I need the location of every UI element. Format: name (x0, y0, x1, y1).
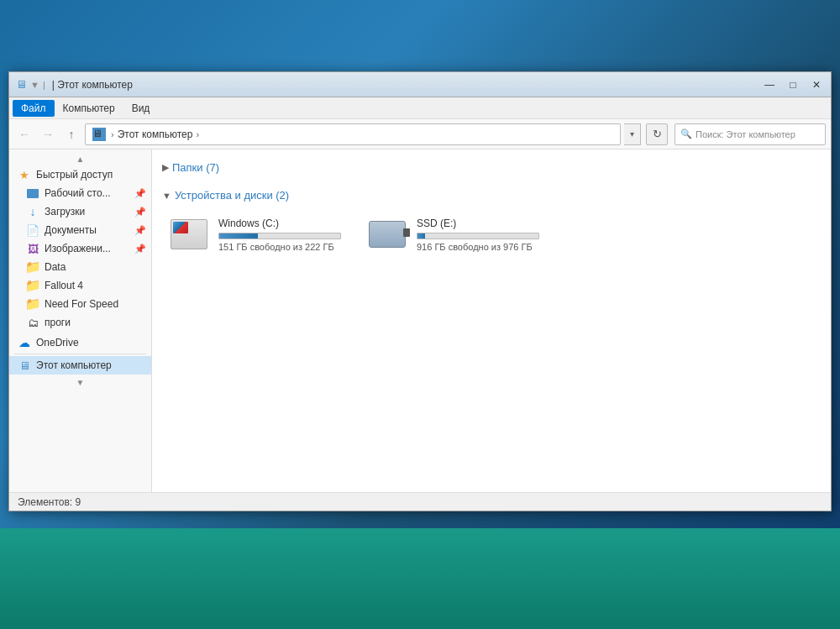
sidebar-item-this-pc[interactable]: 🖥 Этот компьютер (9, 356, 151, 375)
desktop-icon (26, 186, 39, 200)
main-area: ▲ ★ Быстрый доступ Рабочий сто... 📌 ↓ За… (9, 149, 831, 492)
sidebar-item-label: проги (45, 317, 71, 328)
devices-arrow-icon: ▼ (162, 191, 171, 201)
sidebar-item-data[interactable]: 📁 Data (9, 258, 151, 276)
drive-bar-container-e (417, 233, 539, 239)
drive-icon-e (366, 218, 408, 251)
address-dropdown-button[interactable]: ▾ (624, 123, 641, 145)
pin-icon: 📌 (134, 225, 146, 236)
sidebar-item-label: Быстрый доступ (36, 169, 113, 181)
close-button[interactable]: ✕ (806, 76, 827, 94)
sidebar-this-pc: 🖥 Этот компьютер (9, 356, 151, 375)
sidebar-item-desktop[interactable]: Рабочий сто... 📌 (9, 184, 151, 202)
devices-section: ▼ Устройства и диски (2) Windows (C:) (162, 184, 821, 265)
sidebar: ▲ ★ Быстрый доступ Рабочий сто... 📌 ↓ За… (9, 149, 152, 492)
drive-info-c: Windows (C:) 151 ГБ свободно из 222 ГБ (218, 218, 341, 252)
drive-bar-container-c (218, 233, 341, 239)
address-bar-pc-icon: 🖥 (92, 128, 106, 141)
sidebar-item-label: Этот компьютер (36, 359, 112, 371)
drive-name-e: SSD (E:) (417, 218, 539, 229)
sidebar-item-documents[interactable]: 📄 Документы 📌 (9, 221, 151, 239)
drive-icon-c (168, 218, 210, 251)
items-count: Элементов: 9 (18, 496, 81, 508)
folder-icon: 📁 (26, 279, 39, 292)
folder-icon: 📁 (26, 260, 39, 274)
drives-grid: Windows (C:) 151 ГБ свободно из 222 ГБ (162, 205, 821, 265)
folder-icon: 📁 (26, 297, 39, 311)
devices-section-title: Устройства и диски (2) (175, 189, 289, 202)
sidebar-onedrive: ☁ OneDrive (9, 333, 151, 352)
devices-section-header[interactable]: ▼ Устройства и диски (2) (162, 184, 821, 205)
onedrive-icon: ☁ (18, 336, 31, 349)
explorer-window: 🖥 ▼ | | Этот компьютер — □ ✕ Файл Компью… (8, 71, 832, 511)
document-icon: 📄 (26, 223, 39, 237)
status-bar: Элементов: 9 (9, 492, 831, 511)
search-icon: 🔍 (680, 128, 692, 139)
maximize-button[interactable]: □ (782, 76, 804, 94)
sidebar-item-label: Рабочий сто... (45, 187, 111, 199)
title-bar: 🖥 ▼ | | Этот компьютер — □ ✕ (9, 72, 831, 97)
sidebar-item-downloads[interactable]: ↓ Загрузки 📌 (9, 202, 151, 221)
window-title: | Этот компьютер (52, 79, 824, 91)
drive-bar-fill-e (417, 233, 425, 238)
drive-bar-fill-c (219, 233, 258, 238)
menu-item-computer[interactable]: Компьютер (55, 100, 123, 117)
pin-icon: 📌 (134, 244, 146, 254)
sidebar-item-label: Изображени... (45, 243, 111, 254)
folders-section-title: Папки (7) (172, 161, 219, 174)
minimize-button[interactable]: — (759, 76, 780, 94)
sidebar-item-label: Data (45, 261, 66, 273)
forward-button[interactable]: → (38, 124, 58, 144)
drive-item-c[interactable]: Windows (C:) 151 ГБ свободно из 222 ГБ (162, 212, 347, 258)
sidebar-item-onedrive[interactable]: ☁ OneDrive (9, 333, 151, 352)
drive-info-e: SSD (E:) 916 ГБ свободно из 976 ГБ (417, 218, 539, 252)
pin-icon: 📌 (134, 188, 146, 199)
download-icon: ↓ (26, 205, 39, 218)
drive-free-c: 151 ГБ свободно из 222 ГБ (218, 242, 341, 252)
drive-item-e[interactable]: SSD (E:) 916 ГБ свободно из 976 ГБ (360, 212, 545, 258)
sidebar-divider (14, 354, 146, 354)
sidebar-scroll-up[interactable]: ▲ (9, 153, 151, 165)
refresh-button[interactable]: ↻ (646, 123, 668, 145)
sidebar-item-quick-access[interactable]: ★ Быстрый доступ (9, 165, 151, 184)
special-folder-icon: 🗂 (26, 316, 39, 329)
sidebar-item-fallout4[interactable]: 📁 Fallout 4 (9, 276, 151, 295)
sidebar-quick-access: ★ Быстрый доступ Рабочий сто... 📌 ↓ Загр… (9, 165, 151, 332)
address-text: Этот компьютер (118, 128, 193, 140)
sidebar-item-label: Need For Speed (45, 298, 118, 310)
sidebar-scroll-down[interactable]: ▼ (9, 376, 151, 389)
menu-item-file[interactable]: Файл (13, 100, 55, 117)
ssd-drive-visual (369, 221, 406, 248)
sidebar-item-label: Fallout 4 (45, 280, 83, 291)
sidebar-item-images[interactable]: 🖼 Изображени... 📌 (9, 239, 151, 258)
sidebar-item-label: OneDrive (36, 337, 79, 349)
star-icon: ★ (18, 168, 31, 181)
sidebar-item-nfs[interactable]: 📁 Need For Speed (9, 295, 151, 313)
sidebar-item-label: Загрузки (45, 206, 85, 218)
title-bar-icons: 🖥 ▼ | (16, 78, 45, 91)
pc-icon: 🖥 (18, 359, 31, 372)
sidebar-item-progi[interactable]: 🗂 проги (9, 313, 151, 332)
drive-name-c: Windows (C:) (218, 218, 341, 229)
up-button[interactable]: ↑ (61, 124, 81, 144)
search-placeholder: Поиск: Этот компьютер (696, 129, 795, 139)
window-controls: — □ ✕ (759, 76, 827, 94)
menu-item-view[interactable]: Вид (123, 100, 159, 117)
folders-arrow-icon: ▶ (162, 162, 169, 173)
nav-bar: ← → ↑ 🖥 › Этот компьютер › ▾ ↻ 🔍 Поиск: … (9, 119, 831, 149)
search-bar[interactable]: 🔍 Поиск: Этот компьютер (675, 123, 826, 145)
windows-drive-visual (171, 219, 207, 249)
address-bar[interactable]: 🖥 › Этот компьютер › (85, 123, 621, 145)
image-icon: 🖼 (26, 242, 39, 255)
back-button[interactable]: ← (14, 124, 34, 144)
drive-free-e: 916 ГБ свободно из 976 ГБ (417, 242, 539, 252)
menu-bar: Файл Компьютер Вид (9, 97, 831, 119)
pin-icon: 📌 (134, 207, 146, 218)
folders-section-header[interactable]: ▶ Папки (7) (162, 156, 821, 177)
sidebar-item-label: Документы (45, 224, 97, 236)
content-pane: ▶ Папки (7) ▼ Устройства и диски (2) (152, 149, 831, 492)
